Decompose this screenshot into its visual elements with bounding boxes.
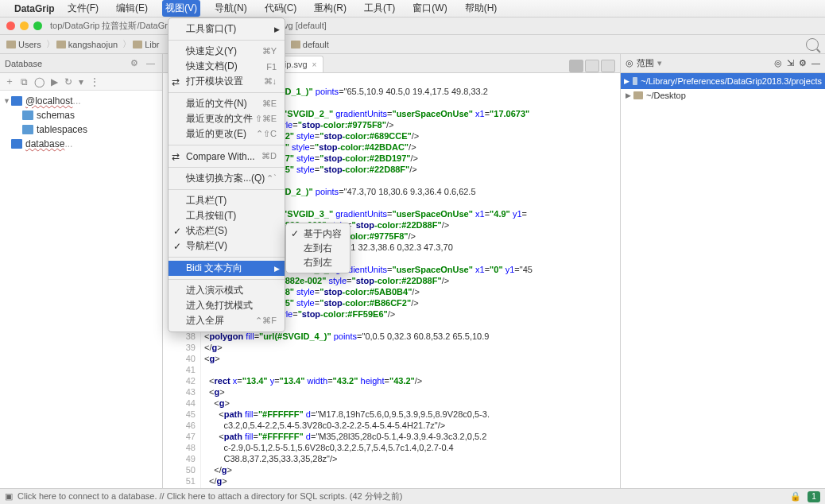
view-list-icon[interactable] <box>569 60 583 72</box>
scope-list: ▶ ~/Desktop <box>621 89 825 102</box>
minimize-button[interactable] <box>20 21 29 30</box>
tree-node[interactable]: database ... <box>0 137 162 151</box>
panel-header: Database ⚙ — <box>0 54 162 73</box>
view-preview-icon[interactable] <box>601 60 615 72</box>
hide-icon[interactable]: — <box>146 58 157 69</box>
scope-path-row[interactable]: ▶ ~/Library/Preferences/DataGrip2018.3/p… <box>621 73 825 89</box>
menu-item[interactable]: 工具栏(T) <box>168 193 285 208</box>
window-titlebar: top/DataGrip 拉普拉斯/DataGrip.app/Contents/… <box>0 17 825 35</box>
bidi-submenu: ✓基于内容左到右右到左 <box>285 223 351 273</box>
menu-item[interactable]: ✓导航栏(V) <box>168 238 285 254</box>
menu-navigate[interactable]: 导航(N) <box>211 0 250 17</box>
collapse-icon[interactable]: ⇲ <box>787 58 794 68</box>
menu-item[interactable]: 进入全屏⌃⌘F <box>168 313 285 328</box>
more-icon[interactable]: ⋮ <box>90 76 99 87</box>
panel-title: 范围 <box>637 57 654 69</box>
menu-item[interactable]: ✓基于内容 <box>286 227 350 241</box>
menu-item[interactable]: 进入免打扰模式 <box>168 298 285 313</box>
menu-item[interactable]: 快速文档(D)F1 <box>168 59 285 74</box>
status-bar: ▣ Click here to connect to a database. /… <box>0 488 825 504</box>
breadcrumb: Users〉 kangshaojun〉 Libr p2018.3〉 projec… <box>0 35 825 54</box>
close-icon[interactable]: × <box>312 60 317 69</box>
folder-icon <box>56 41 66 48</box>
tree-node[interactable]: tablespaces <box>0 122 162 137</box>
folder-icon <box>291 41 300 48</box>
menu-help[interactable]: 帮助(H) <box>462 0 501 17</box>
db-tree: ▼@localhost ...schemastablespacesdatabas… <box>0 91 162 154</box>
db-toolbar: ＋ ⧉ ◯ ▶ ↻ ▾ ⋮ <box>0 73 162 91</box>
menu-window[interactable]: 窗口(W) <box>409 0 450 17</box>
view-split-icon[interactable] <box>585 60 599 72</box>
menu-file[interactable]: 文件(F) <box>64 0 102 17</box>
crumb-item[interactable]: kangshaojun <box>56 40 118 49</box>
app-name[interactable]: DataGrip <box>14 3 55 14</box>
menu-item[interactable]: Bidi 文本方向▶ <box>168 261 285 276</box>
target-icon[interactable]: ◎ <box>774 58 782 68</box>
crumb-item[interactable]: Users <box>6 40 41 49</box>
menu-item[interactable]: ⇄Compare With...⌘D <box>168 149 285 164</box>
folder-icon <box>133 41 142 48</box>
scope-item[interactable]: ▶ ~/Desktop <box>621 89 825 102</box>
tree-node[interactable]: ▼@localhost ... <box>0 94 162 108</box>
view-menu-popup: 工具窗口(T)▶快速定义(Y)⌘Y快速文档(D)F1⇄打开模块设置⌘↓最近的文件… <box>168 17 285 332</box>
console-icon[interactable]: ▣ <box>5 491 13 502</box>
run-icon[interactable]: ▶ <box>51 76 58 87</box>
menu-item[interactable]: ⇄打开模块设置⌘↓ <box>168 74 285 89</box>
menu-item[interactable]: 最近的文件(N)⌘E <box>168 96 285 111</box>
menu-refactor[interactable]: 重构(R) <box>311 0 350 17</box>
menu-item[interactable]: 最近的更改(E)⌃⇧C <box>168 126 285 142</box>
menu-item[interactable]: 工具窗口(T)▶ <box>168 21 285 37</box>
stop-icon[interactable]: ◯ <box>34 76 45 87</box>
chevron-down-icon[interactable]: ▾ <box>657 58 662 68</box>
settings-icon[interactable]: ⚙ <box>799 58 807 68</box>
menu-item[interactable]: 工具按钮(T) <box>168 208 285 223</box>
database-panel: Database ⚙ — ＋ ⧉ ◯ ▶ ↻ ▾ ⋮ ▼@localhost .… <box>0 54 163 488</box>
traffic-lights <box>6 21 42 30</box>
hide-icon[interactable]: — <box>811 58 820 68</box>
refresh-icon[interactable]: ↻ <box>64 76 72 87</box>
maximize-button[interactable] <box>33 21 42 30</box>
panel-header: ◎ 范围 ▾ ◎ ⇲ ⚙ — <box>621 54 825 73</box>
menu-tools[interactable]: 工具(T) <box>361 0 398 17</box>
tree-node[interactable]: schemas <box>0 108 162 122</box>
add-icon[interactable]: ＋ <box>5 75 14 88</box>
scope-target-icon[interactable]: ◎ <box>626 58 633 68</box>
lock-icon[interactable]: 🔒 <box>790 491 801 502</box>
search-icon[interactable] <box>806 38 819 51</box>
window-title: top/DataGrip 拉普拉斯/DataGrip.app/Contents/… <box>50 20 819 32</box>
folder-icon <box>633 77 637 85</box>
folder-icon <box>633 91 643 99</box>
panel-title: Database <box>5 59 42 68</box>
close-button[interactable] <box>6 21 15 30</box>
menu-item[interactable]: 右到左 <box>286 255 350 269</box>
system-menubar: DataGrip 文件(F) 编辑(E) 视图(V) 导航(N) 代码(C) 重… <box>0 0 825 17</box>
status-text[interactable]: Click here to connect to a database. // … <box>17 490 402 502</box>
scope-panel: ◎ 范围 ▾ ◎ ⇲ ⚙ — ▶ ~/Library/Preferences/D… <box>620 54 825 488</box>
copy-icon[interactable]: ⧉ <box>21 76 28 87</box>
menu-item[interactable]: 快速切换方案...(Q)⌃` <box>168 171 285 186</box>
folder-icon <box>6 41 16 48</box>
menu-item[interactable]: 快速定义(Y)⌘Y <box>168 44 285 59</box>
menu-item[interactable]: ✓状态栏(S) <box>168 223 285 238</box>
menu-item[interactable]: 最近更改的文件⇧⌘E <box>168 111 285 126</box>
menu-item[interactable]: 进入演示模式 <box>168 283 285 298</box>
menu-item[interactable]: 左到右 <box>286 241 350 255</box>
crumb-item[interactable]: Libr <box>133 40 159 49</box>
filter-icon[interactable]: ▾ <box>79 76 83 87</box>
menu-view[interactable]: 视图(V) <box>162 0 200 17</box>
crumb-item[interactable]: default <box>291 40 329 49</box>
settings-icon[interactable]: ⚙ <box>130 58 141 69</box>
chevron-right-icon: ▶ <box>624 77 629 85</box>
menu-edit[interactable]: 编辑(E) <box>113 0 151 17</box>
chevron-right-icon: ▶ <box>626 91 633 99</box>
event-badge[interactable]: 1 <box>808 491 820 502</box>
menu-code[interactable]: 代码(C) <box>261 0 300 17</box>
